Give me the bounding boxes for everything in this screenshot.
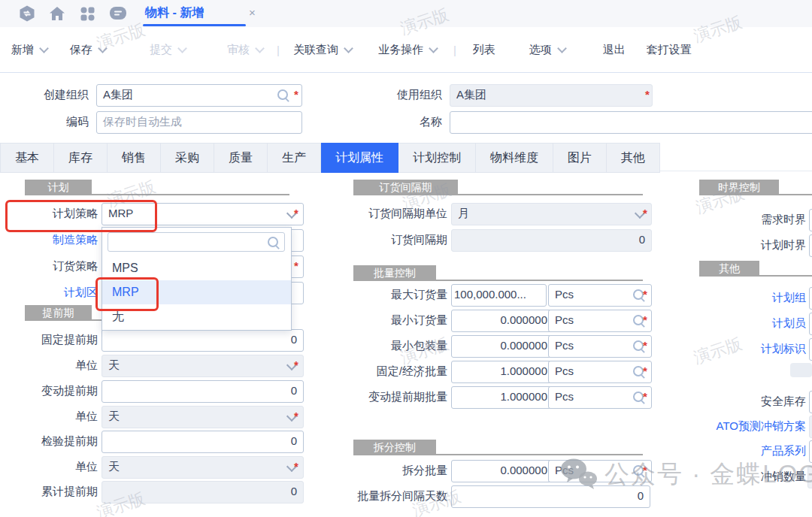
related-query-button[interactable]: 关联查询 [293,43,352,57]
product-series-label[interactable]: 产品系列 [669,440,806,461]
dropdown-option-mrp[interactable]: MRP [102,280,291,304]
app-logo-icon[interactable] [18,5,36,23]
cumulative-leadtime-label: 累计提前期 [8,481,98,502]
split-batch-field[interactable]: 0.000000 [451,460,554,482]
chevron-down-icon [429,44,438,53]
new-button[interactable]: 新增 [11,43,47,57]
plan-flag-label[interactable]: 计划标识 [669,338,806,359]
inspect-leadtime-unit-select[interactable]: 天 [102,456,304,479]
list-button[interactable]: 列表 [473,43,495,57]
variable-leadtime-unit-select[interactable]: 天 [102,406,304,428]
print-setup-button[interactable]: 套打设置 [647,43,692,57]
inspect-leadtime-field[interactable]: 0 [102,431,304,453]
manufacture-strategy-label[interactable]: 制造策略 [8,229,98,250]
search-icon[interactable] [633,340,644,351]
tab-plan-control[interactable]: 计划控制 [398,143,476,173]
section-leadtime: 提前期 [25,305,92,321]
plan-group-label[interactable]: 计划组 [669,287,806,308]
save-button[interactable]: 保存 [70,43,106,57]
plan-area-label[interactable]: 计划区 [8,282,98,303]
message-icon[interactable] [108,5,128,23]
plan-strategy-select[interactable]: MRP [102,203,304,225]
tab-plan-attributes[interactable]: 计划属性 [321,143,398,173]
required-mark: * [643,335,647,356]
plan-flag-field[interactable] [809,338,812,361]
planner-field[interactable] [809,313,812,335]
tab-other[interactable]: 其他 [607,143,660,173]
min-pack-qty-field[interactable]: 0.000000 [451,335,554,358]
demand-horizon-field[interactable] [809,209,812,231]
plan-horizon-field[interactable] [809,234,812,257]
order-interval-unit-select[interactable]: 月 [451,203,652,225]
tab-quality[interactable]: 质量 [214,143,268,173]
required-mark: * [294,406,298,427]
max-order-qty-field[interactable]: 100,000.000... [451,284,547,307]
fixed-leadtime-field[interactable]: 0 [102,329,304,352]
chevron-down-icon [344,44,353,53]
fixed-economic-batch-field[interactable]: 1.000000 [451,361,554,383]
search-icon[interactable] [633,366,644,376]
ato-forecast-offset-field [809,416,812,438]
planner-label[interactable]: 计划员 [669,313,806,334]
tab-sales[interactable]: 销售 [108,143,161,173]
fixed-economic-batch-label: 固定/经济批量 [342,361,447,382]
form-tab-bar: 基本 库存 销售 采购 质量 生产 计划属性 计划控制 物料维度 图片 其他 [0,143,812,171]
document-tab-close-icon[interactable]: × [249,0,256,26]
tab-basic[interactable]: 基本 [0,143,54,173]
cumulative-leadtime-field: 0 [102,481,304,503]
search-icon[interactable] [633,289,644,300]
required-mark: * [643,386,647,407]
variable-leadtime-field[interactable]: 0 [102,380,304,403]
ato-forecast-offset-label[interactable]: ATO预测冲销方案 [669,416,806,437]
variable-leadtime-batch-field[interactable]: 1.000000 [451,386,554,409]
name-field[interactable] [450,111,812,134]
business-operations-button[interactable]: 业务操作 [378,43,437,57]
dropdown-option-none[interactable]: 无 [102,304,291,328]
min-order-qty-field[interactable]: 0.000000 [451,310,554,332]
section-plan-line [25,194,289,195]
safety-stock-field[interactable] [809,391,812,413]
fixed-leadtime-unit-select[interactable]: 天 [102,355,304,377]
split-interval-days-field[interactable]: 0 [451,485,650,508]
options-button[interactable]: 选项 [529,43,565,57]
tab-purchase[interactable]: 采购 [161,143,214,173]
document-tab-title[interactable]: 物料 - 新增 [145,0,204,26]
create-org-field[interactable]: A集团 [96,84,302,107]
top-bar: 物料 - 新增 × [0,0,812,28]
audit-button: 审核 [227,43,263,57]
split-interval-days-label: 批量拆分间隔天数 [342,485,447,506]
order-interval-field: 0 [451,229,652,252]
apps-grid-icon[interactable] [78,5,96,23]
split-batch-unit-field[interactable]: Pcs [548,460,652,482]
required-mark: * [294,255,298,277]
min-pack-qty-unit-field[interactable]: Pcs [548,335,652,358]
dropdown-search-input[interactable] [108,232,285,252]
section-batch-control: 批量控制 [353,265,436,281]
section-batch-control-line [353,280,643,281]
search-icon[interactable] [633,315,644,325]
section-split-control-line [353,454,643,455]
dropdown-option-mps[interactable]: MPS [102,256,291,280]
code-field[interactable]: 保存时自动生成 [96,111,302,134]
chevron-down-icon [557,44,567,53]
plan-group-field[interactable] [809,287,812,310]
max-order-qty-unit-field[interactable]: Pcs [548,284,652,307]
section-other: 其他 [699,261,759,277]
tab-inventory[interactable]: 库存 [54,143,108,173]
search-icon[interactable] [633,465,644,476]
order-interval-label: 订货间隔期 [342,229,447,250]
tab-material-dimension[interactable]: 物料维度 [476,143,553,173]
product-series-field[interactable] [809,440,812,463]
tab-image[interactable]: 图片 [553,143,607,173]
variable-leadtime-batch-unit-field[interactable]: Pcs [548,386,652,409]
search-icon[interactable] [277,89,288,100]
exit-button[interactable]: 退出 [603,43,626,57]
tab-production[interactable]: 生产 [268,143,321,173]
create-org-label: 创建组织 [21,84,89,105]
min-order-qty-unit-field[interactable]: Pcs [548,310,652,332]
fixed-economic-batch-unit-field[interactable]: Pcs [548,361,652,383]
search-icon[interactable] [633,392,644,402]
required-mark: * [643,284,647,305]
home-icon[interactable] [48,5,66,23]
section-order-interval-line [353,194,643,195]
